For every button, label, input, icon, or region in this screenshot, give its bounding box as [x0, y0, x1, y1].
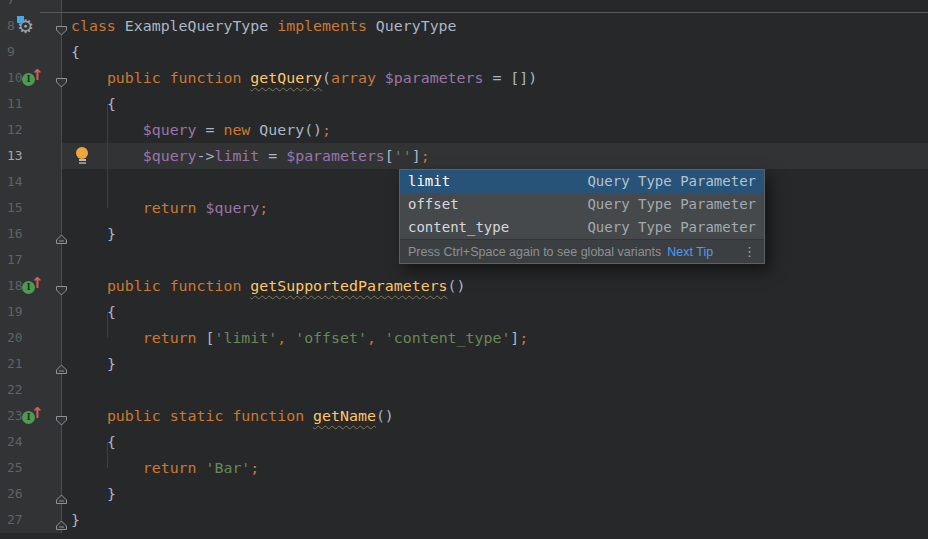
token-id: -> — [197, 147, 215, 165]
fold-end-marker[interactable] — [55, 228, 68, 240]
line-gutter[interactable]: 21 — [0, 351, 62, 377]
code-text[interactable]: } — [62, 507, 928, 533]
line-number: 16 — [7, 221, 23, 247]
line-gutter[interactable]: 12 — [0, 117, 62, 143]
fold-end-marker[interactable] — [55, 488, 68, 500]
code-text[interactable]: $query->limit = $parameters['']; — [62, 143, 928, 169]
lightbulb-icon[interactable] — [75, 147, 89, 164]
code-line[interactable]: 19 { — [0, 299, 928, 325]
code-line[interactable]: 18I↑ public function getSupportedParamet… — [0, 273, 928, 299]
token-pl — [268, 17, 277, 35]
line-gutter[interactable]: 23I↑ — [0, 403, 62, 429]
implemented-method-icon[interactable]: I↑ — [22, 70, 42, 88]
code-line[interactable]: 10I↑ public function getQuery(array $par… — [0, 65, 928, 91]
code-line[interactable]: 23I↑ public static function getName() — [0, 403, 928, 429]
token-meth: getQuery — [250, 69, 322, 87]
line-gutter[interactable]: 17 — [0, 247, 62, 273]
token-pl — [161, 407, 170, 425]
code-text[interactable]: public static function getName() — [62, 403, 928, 429]
line-gutter[interactable]: 10I↑ — [0, 65, 62, 91]
code-text[interactable]: { — [62, 299, 928, 325]
line-number: 14 — [7, 169, 23, 195]
line-gutter[interactable]: 8⚙ — [0, 13, 62, 39]
token-pl — [71, 69, 107, 87]
next-tip-link[interactable]: Next Tip — [667, 245, 713, 259]
code-line[interactable]: 25 return 'Bar'; — [0, 455, 928, 481]
token-pl — [71, 277, 107, 295]
more-options-icon[interactable]: ⋮ — [743, 244, 756, 259]
code-text[interactable]: public function getQuery(array $paramete… — [62, 65, 928, 91]
code-text[interactable]: { — [62, 91, 928, 117]
line-gutter[interactable]: 19 — [0, 299, 62, 325]
token-id: = — [259, 147, 286, 165]
code-text[interactable]: return ['limit', 'offset', 'content_type… — [62, 325, 928, 351]
token-str: '' — [394, 147, 412, 165]
token-pl — [71, 225, 107, 243]
code-line[interactable]: 12 $query = new Query(); — [0, 117, 928, 143]
completion-item-name: offset — [408, 193, 459, 216]
completion-item-name: content_type — [408, 216, 509, 239]
code-text[interactable]: } — [62, 481, 928, 507]
code-line[interactable]: 24 { — [0, 429, 928, 455]
line-gutter[interactable]: 27 — [0, 507, 62, 533]
fold-start-marker[interactable] — [55, 20, 68, 32]
line-gutter[interactable]: 20 — [0, 325, 62, 351]
implemented-method-icon[interactable]: I↑ — [22, 278, 42, 296]
line-gutter[interactable]: 18I↑ — [0, 273, 62, 299]
line-gutter[interactable]: 25 — [0, 455, 62, 481]
code-line[interactable]: 27} — [0, 507, 928, 533]
token-id: { — [71, 43, 80, 61]
code-line[interactable]: 13 $query->limit = $parameters['']; — [0, 143, 928, 169]
code-text[interactable]: public function getSupportedParameters() — [62, 273, 928, 299]
completion-item[interactable]: content_typeQuery Type Parameter — [400, 216, 764, 239]
completion-item[interactable]: offsetQuery Type Parameter — [400, 193, 764, 216]
code-line[interactable]: 20 return ['limit', 'offset', 'content_t… — [0, 325, 928, 351]
bulb-base — [79, 162, 86, 164]
code-text[interactable]: { — [62, 39, 928, 65]
code-line[interactable]: 11 { — [0, 91, 928, 117]
line-gutter[interactable]: 9 — [0, 39, 62, 65]
line-gutter[interactable]: 14 — [0, 169, 62, 195]
class-gear-icon[interactable]: ⚙ — [17, 15, 39, 37]
line-gutter[interactable]: 24 — [0, 429, 62, 455]
line-gutter[interactable]: 16 — [0, 221, 62, 247]
token-kw: function — [170, 69, 242, 87]
code-text[interactable]: class ExampleQueryType implements QueryT… — [62, 13, 928, 39]
code-line[interactable]: 21 } — [0, 351, 928, 377]
completion-item-type: Query Type Parameter — [587, 193, 756, 216]
token-id: Query() — [250, 121, 322, 139]
code-line[interactable]: 26 } — [0, 481, 928, 507]
token-pl — [161, 69, 170, 87]
fold-start-marker[interactable] — [55, 72, 68, 84]
code-text[interactable]: $query = new Query(); — [62, 117, 928, 143]
code-text[interactable] — [62, 377, 928, 403]
token-var: $query — [143, 147, 197, 165]
code-text[interactable]: { — [62, 429, 928, 455]
completion-item-type: Query Type Parameter — [587, 170, 756, 193]
code-text[interactable]: } — [62, 351, 928, 377]
token-punc: ; — [322, 121, 331, 139]
completion-item[interactable]: limitQuery Type Parameter — [400, 170, 764, 193]
code-text[interactable]: return 'Bar'; — [62, 455, 928, 481]
fold-start-marker[interactable] — [55, 410, 68, 422]
fold-end-marker[interactable] — [55, 358, 68, 370]
line-gutter[interactable]: 15 — [0, 195, 62, 221]
fold-end-marker[interactable] — [55, 514, 68, 526]
line-number: 15 — [7, 195, 23, 221]
code-line[interactable]: 22 — [0, 377, 928, 403]
line-number: 11 — [7, 91, 23, 117]
fold-start-marker[interactable] — [55, 280, 68, 292]
line-gutter[interactable]: 26 — [0, 481, 62, 507]
bulb-glass — [76, 147, 88, 159]
implemented-method-icon[interactable]: I↑ — [22, 408, 42, 426]
line-gutter[interactable]: 13 — [0, 143, 62, 169]
line-gutter[interactable]: 11 — [0, 91, 62, 117]
code-line[interactable]: 9{ — [0, 39, 928, 65]
code-line[interactable]: 8⚙class ExampleQueryType implements Quer… — [0, 13, 928, 39]
line-gutter[interactable]: 22 — [0, 377, 62, 403]
code-editor[interactable]: 78⚙class ExampleQueryType implements Que… — [0, 0, 928, 539]
token-punc: , — [367, 329, 376, 347]
token-id: { — [107, 303, 116, 321]
token-pl — [241, 69, 250, 87]
line-number: 10 — [7, 65, 23, 91]
